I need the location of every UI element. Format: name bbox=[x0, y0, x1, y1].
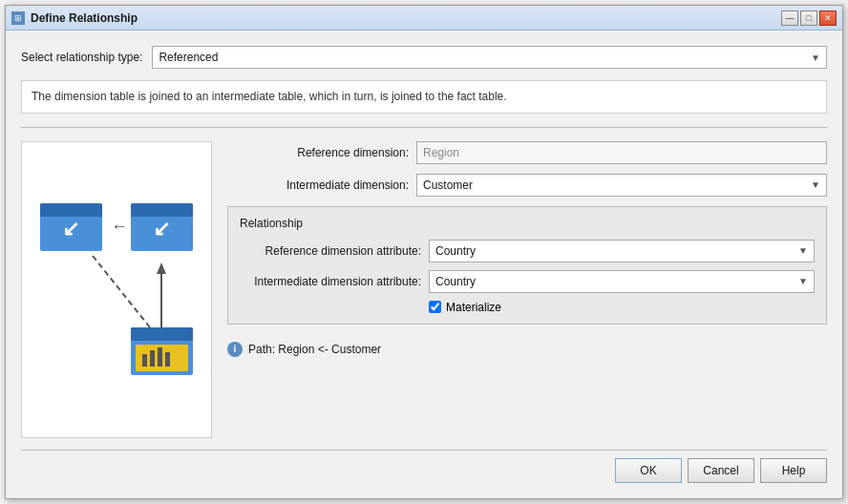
svg-rect-14 bbox=[131, 339, 193, 341]
close-button[interactable]: ✕ bbox=[819, 10, 837, 26]
materialize-row: Materialize bbox=[429, 301, 815, 314]
bottom-buttons: OK Cancel Help bbox=[21, 450, 827, 483]
reference-dimension-label: Reference dimension: bbox=[227, 146, 409, 159]
path-text: Path: Region <- Customer bbox=[248, 343, 381, 356]
title-bar: ⊞ Define Relationship — □ ✕ bbox=[6, 6, 842, 31]
svg-rect-6 bbox=[131, 203, 193, 217]
intermediate-dimension-dropdown[interactable]: Customer ▼ bbox=[416, 174, 827, 197]
window-title: Define Relationship bbox=[31, 11, 138, 25]
ref-dim-attr-dropdown[interactable]: Country ▼ bbox=[429, 240, 815, 262]
materialize-checkbox[interactable] bbox=[429, 301, 441, 313]
svg-text:↙: ↙ bbox=[62, 217, 79, 241]
svg-marker-11 bbox=[157, 262, 166, 274]
select-type-label: Select relationship type: bbox=[21, 51, 142, 64]
int-dim-attr-dropdown[interactable]: Country ▼ bbox=[429, 270, 815, 293]
ok-button[interactable]: OK bbox=[615, 458, 682, 483]
intermediate-dimension-row: Intermediate dimension: Customer ▼ bbox=[227, 174, 827, 197]
int-dim-attr-label: Intermediate dimension attribute: bbox=[240, 275, 421, 288]
title-buttons: — □ ✕ bbox=[781, 10, 837, 26]
form-panel: Reference dimension: Intermediate dimens… bbox=[227, 141, 827, 438]
dropdown-arrow-icon: ▼ bbox=[811, 52, 820, 63]
separator bbox=[21, 127, 827, 128]
svg-text:↙: ↙ bbox=[153, 217, 170, 241]
ref-dim-attr-dropdown-arrow: ▼ bbox=[798, 245, 808, 256]
svg-rect-19 bbox=[165, 352, 170, 367]
reference-dimension-input bbox=[416, 141, 827, 164]
relationship-type-row: Select relationship type: Referenced ▼ bbox=[21, 46, 827, 69]
int-dim-attr-row: Intermediate dimension attribute: Countr… bbox=[240, 270, 815, 293]
int-dim-attr-value: Country bbox=[435, 275, 476, 288]
relationship-type-value: Referenced bbox=[159, 51, 218, 64]
svg-text:←: ← bbox=[111, 217, 128, 236]
relationship-section: Relationship Reference dimension attribu… bbox=[227, 206, 827, 325]
intermediate-dimension-dropdown-arrow: ▼ bbox=[811, 179, 820, 190]
intermediate-dimension-label: Intermediate dimension: bbox=[227, 178, 409, 192]
cancel-button[interactable]: Cancel bbox=[688, 458, 754, 483]
ref-dim-attr-label: Reference dimension attribute: bbox=[240, 244, 421, 258]
description-text: The dimension table is joined to an inte… bbox=[32, 90, 507, 103]
materialize-label[interactable]: Materialize bbox=[446, 301, 501, 314]
dialog-content: Select relationship type: Referenced ▼ T… bbox=[6, 31, 842, 498]
int-dim-attr-dropdown-arrow: ▼ bbox=[798, 276, 808, 286]
ref-dim-attr-value: Country bbox=[435, 244, 476, 258]
title-bar-left: ⊞ Define Relationship bbox=[11, 11, 138, 25]
help-button[interactable]: Help bbox=[760, 458, 827, 483]
main-area: ↙ ← ↙ bbox=[21, 141, 827, 438]
relationship-header: Relationship bbox=[240, 217, 815, 230]
maximize-button[interactable]: □ bbox=[800, 10, 817, 26]
svg-line-9 bbox=[93, 256, 150, 327]
relationship-diagram: ↙ ← ↙ bbox=[35, 194, 198, 385]
svg-rect-17 bbox=[150, 350, 155, 367]
reference-dimension-row: Reference dimension: bbox=[227, 141, 827, 164]
window-icon: ⊞ bbox=[11, 11, 25, 25]
svg-rect-1 bbox=[40, 203, 102, 217]
ref-dim-attr-row: Reference dimension attribute: Country ▼ bbox=[240, 240, 815, 262]
svg-rect-16 bbox=[142, 354, 147, 367]
intermediate-dimension-value: Customer bbox=[423, 178, 473, 192]
path-row: i Path: Region <- Customer bbox=[227, 334, 827, 357]
minimize-button[interactable]: — bbox=[781, 10, 798, 26]
relationship-type-dropdown[interactable]: Referenced ▼ bbox=[152, 46, 827, 69]
svg-rect-13 bbox=[131, 327, 193, 341]
description-box: The dimension table is joined to an inte… bbox=[21, 80, 827, 114]
dialog-window: ⊞ Define Relationship — □ ✕ Select relat… bbox=[5, 5, 843, 499]
svg-rect-18 bbox=[158, 347, 162, 367]
info-icon: i bbox=[227, 342, 243, 357]
diagram-panel: ↙ ← ↙ bbox=[21, 141, 212, 438]
